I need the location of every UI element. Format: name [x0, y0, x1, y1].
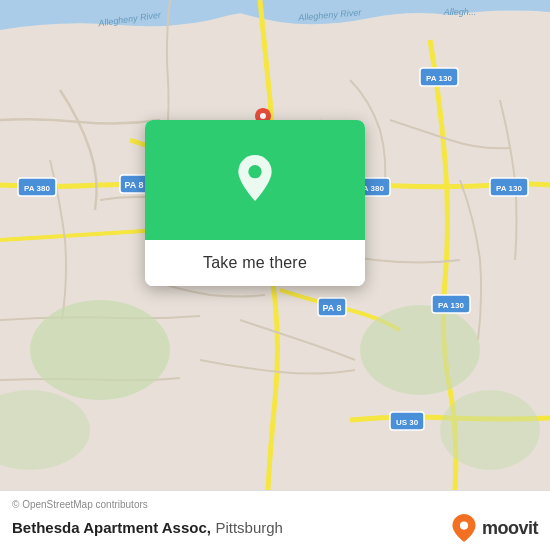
- bottom-bar: © OpenStreetMap contributors Bethesda Ap…: [0, 490, 550, 550]
- svg-point-26: [248, 165, 261, 178]
- svg-point-3: [440, 390, 540, 470]
- svg-text:PA 380: PA 380: [24, 184, 50, 193]
- popup-card: Take me there: [145, 120, 365, 286]
- svg-point-2: [360, 305, 480, 395]
- take-me-there-button[interactable]: Take me there: [145, 240, 365, 286]
- svg-point-27: [260, 113, 266, 119]
- place-name: Bethesda Apartment Assoc,: [12, 519, 211, 536]
- moovit-text: moovit: [482, 518, 538, 539]
- bottom-row: Bethesda Apartment Assoc, Pittsburgh moo…: [12, 514, 538, 542]
- location-pin-icon: [230, 155, 280, 205]
- place-city: Pittsburgh: [215, 519, 283, 536]
- svg-text:PA 8: PA 8: [124, 180, 143, 190]
- moovit-logo[interactable]: moovit: [450, 514, 538, 542]
- popup-green-area: [145, 120, 365, 240]
- svg-point-1: [30, 300, 170, 400]
- svg-text:US 30: US 30: [396, 418, 419, 427]
- svg-text:Allegh...: Allegh...: [443, 7, 477, 17]
- svg-point-28: [460, 521, 468, 529]
- svg-text:PA 130: PA 130: [426, 74, 452, 83]
- map-container: PA 8 PA 8 PA 8 PA 380 PA 380 PA 130 PA 1…: [0, 0, 550, 490]
- svg-text:PA 8: PA 8: [322, 303, 341, 313]
- svg-text:PA 130: PA 130: [438, 301, 464, 310]
- svg-text:PA 130: PA 130: [496, 184, 522, 193]
- copyright-text: © OpenStreetMap contributors: [12, 499, 538, 510]
- moovit-pin-icon: [450, 514, 478, 542]
- place-info: Bethesda Apartment Assoc, Pittsburgh: [12, 519, 283, 537]
